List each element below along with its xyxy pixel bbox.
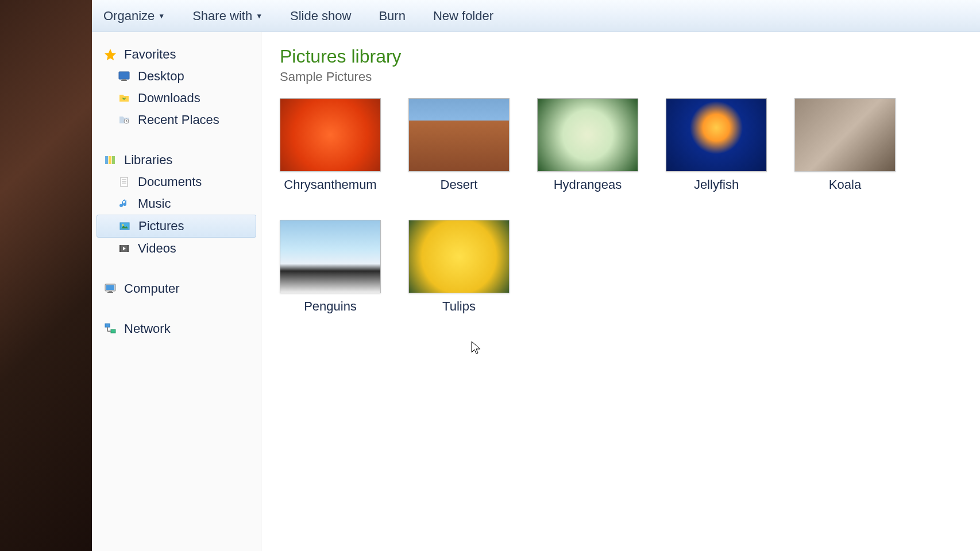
share-with-label: Share with: [192, 9, 252, 24]
network-icon: [103, 322, 117, 336]
thumbnail-chrysanthemum[interactable]: Chrysanthemum: [280, 98, 381, 192]
pictures-label: Pictures: [138, 219, 184, 234]
thumbnail-desert[interactable]: Desert: [408, 98, 510, 192]
computer-label: Computer: [124, 281, 180, 296]
svg-rect-15: [128, 245, 129, 252]
pictures-icon: [118, 219, 132, 233]
svg-rect-11: [120, 223, 129, 230]
svg-rect-5: [109, 156, 111, 164]
svg-rect-20: [105, 324, 110, 327]
library-subtitle: Sample Pictures: [280, 69, 962, 84]
picture-icon: [537, 98, 638, 172]
svg-rect-18: [109, 291, 112, 292]
svg-rect-6: [112, 156, 115, 164]
svg-rect-1: [122, 79, 126, 80]
picture-icon: [666, 98, 767, 172]
svg-point-12: [122, 224, 124, 226]
sidebar-item-pictures[interactable]: Pictures: [97, 215, 256, 238]
computer-group: Computer: [92, 278, 261, 300]
sidebar-item-recent-places[interactable]: Recent Places: [92, 109, 261, 131]
svg-rect-21: [111, 329, 115, 333]
thumbnail-tulips[interactable]: Tulips: [408, 220, 510, 314]
main-area: Favorites Desktop Downloads: [92, 32, 980, 551]
recent-places-label: Recent Places: [138, 112, 219, 127]
thumbnail-label: Jellyfish: [694, 177, 739, 192]
organize-label: Organize: [103, 9, 155, 24]
svg-rect-2: [121, 80, 127, 81]
dropdown-arrow-icon: ▼: [158, 12, 165, 20]
picture-icon: [280, 98, 381, 172]
thumbnail-label: Chrysanthemum: [284, 177, 376, 192]
svg-rect-14: [119, 245, 121, 252]
computer-icon: [103, 282, 117, 296]
recent-places-icon: [117, 113, 131, 127]
burn-label: Burn: [379, 9, 405, 24]
thumbnail-label: Tulips: [442, 299, 476, 314]
sidebar-item-network[interactable]: Network: [92, 318, 261, 340]
thumbnail-hydrangeas[interactable]: Hydrangeas: [537, 98, 638, 192]
toolbar: Organize ▼ Share with ▼ Slide show Burn …: [92, 0, 980, 32]
new-folder-button[interactable]: New folder: [433, 9, 493, 24]
sidebar-item-documents[interactable]: Documents: [92, 171, 261, 193]
svg-rect-0: [119, 72, 129, 79]
content-header: Pictures library Sample Pictures: [280, 46, 962, 84]
navigation-pane: Favorites Desktop Downloads: [92, 32, 261, 551]
thumbnail-grid: Chrysanthemum Desert Hydrangeas Jellyfis…: [280, 98, 962, 314]
thumbnail-label: Desert: [441, 177, 478, 192]
thumbnail-koala[interactable]: Koala: [794, 98, 896, 192]
favorites-header[interactable]: Favorites: [92, 44, 261, 65]
thumbnail-jellyfish[interactable]: Jellyfish: [666, 98, 767, 192]
picture-icon: [408, 98, 510, 172]
organize-button[interactable]: Organize ▼: [103, 9, 165, 24]
explorer-window: Organize ▼ Share with ▼ Slide show Burn …: [92, 0, 980, 551]
thumbnail-label: Koala: [829, 177, 861, 192]
desktop-background: [0, 0, 92, 551]
videos-icon: [117, 242, 131, 255]
burn-button[interactable]: Burn: [379, 9, 405, 24]
libraries-label: Libraries: [124, 153, 172, 168]
sidebar-item-computer[interactable]: Computer: [92, 278, 261, 300]
thumbnail-label: Hydrangeas: [554, 177, 622, 192]
slide-show-button[interactable]: Slide show: [290, 9, 351, 24]
share-with-button[interactable]: Share with ▼: [192, 9, 263, 24]
sidebar-item-desktop[interactable]: Desktop: [92, 65, 261, 87]
downloads-folder-icon: [117, 91, 131, 105]
svg-rect-17: [106, 285, 114, 290]
libraries-icon: [103, 153, 117, 167]
sidebar-item-music[interactable]: Music: [92, 193, 261, 215]
documents-icon: [117, 175, 131, 189]
dropdown-arrow-icon: ▼: [256, 12, 263, 20]
svg-rect-4: [105, 156, 108, 164]
slide-show-label: Slide show: [290, 9, 351, 24]
thumbnail-penguins[interactable]: Penguins: [280, 220, 381, 314]
desktop-icon: [117, 69, 131, 83]
music-icon: [117, 197, 131, 211]
sidebar-item-videos[interactable]: Videos: [92, 238, 261, 259]
star-icon: [103, 48, 117, 61]
svg-rect-19: [107, 292, 113, 293]
content-pane: Pictures library Sample Pictures Chrysan…: [261, 32, 980, 551]
new-folder-label: New folder: [433, 9, 493, 24]
favorites-label: Favorites: [124, 47, 176, 62]
picture-icon: [794, 98, 896, 172]
videos-label: Videos: [138, 241, 176, 256]
libraries-header[interactable]: Libraries: [92, 149, 261, 171]
network-label: Network: [124, 321, 171, 336]
library-title: Pictures library: [280, 46, 962, 67]
desktop-label: Desktop: [138, 69, 184, 84]
picture-icon: [408, 220, 510, 293]
sidebar-item-downloads[interactable]: Downloads: [92, 87, 261, 109]
mouse-cursor-icon: [471, 341, 483, 359]
downloads-label: Downloads: [138, 91, 200, 106]
picture-icon: [280, 220, 381, 293]
documents-label: Documents: [138, 174, 202, 189]
favorites-group: Favorites Desktop Downloads: [92, 44, 261, 131]
network-group: Network: [92, 318, 261, 340]
music-label: Music: [138, 196, 171, 211]
thumbnail-label: Penguins: [304, 299, 357, 314]
svg-rect-7: [121, 177, 128, 187]
libraries-group: Libraries Documents Music: [92, 149, 261, 259]
